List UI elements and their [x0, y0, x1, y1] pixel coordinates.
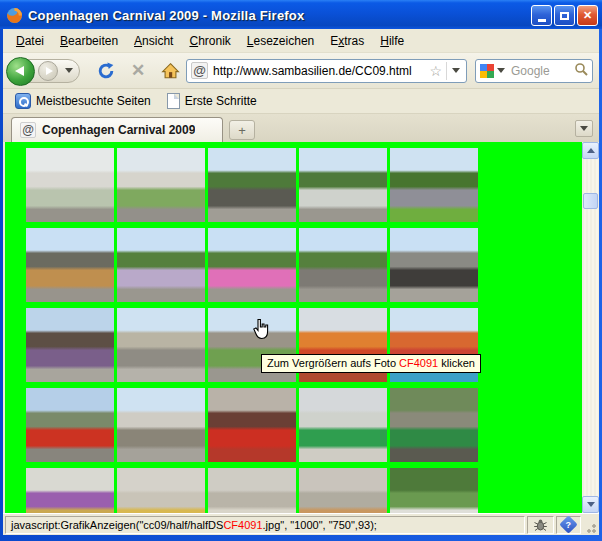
home-button[interactable] [159, 60, 181, 82]
photo-thumbnail[interactable] [208, 388, 296, 462]
photo-thumbnail[interactable] [26, 468, 114, 513]
menu-hilfe[interactable]: Hilfe [373, 31, 411, 51]
bookmark-label: Erste Schritte [185, 94, 257, 108]
scrollbar-thumb[interactable] [583, 193, 598, 209]
tooltip-text: klicken [438, 357, 475, 369]
url-dropdown[interactable] [446, 62, 462, 80]
photo-thumbnail[interactable] [299, 388, 387, 462]
vertical-scrollbar[interactable] [582, 142, 599, 513]
tab-active[interactable]: @ Copenhagen Carnival 2009 [11, 117, 223, 142]
photo-thumbnail[interactable] [117, 148, 205, 222]
photo-thumbnail[interactable] [299, 228, 387, 302]
site-favicon: @ [191, 62, 208, 79]
history-dropdown[interactable] [65, 68, 73, 73]
bug-icon [533, 518, 548, 532]
back-button[interactable] [6, 57, 35, 86]
photo-thumbnail[interactable] [117, 468, 205, 513]
menu-datei[interactable]: Datei [9, 31, 51, 51]
reload-button[interactable] [95, 60, 117, 82]
photo-thumbnail[interactable] [26, 388, 114, 462]
forward-icon [46, 67, 53, 75]
tooltip: Zum Vergrößern aufs Foto CF4091 klicken [261, 354, 481, 373]
window-title: Copenhagen Carnival 2009 - Mozilla Firef… [28, 8, 531, 23]
photo-thumbnail[interactable] [26, 228, 114, 302]
help-panel[interactable]: ? [556, 516, 581, 534]
search-icon[interactable] [574, 62, 588, 80]
url-text[interactable]: http://www.sambasilien.de/CC09.html [213, 64, 425, 78]
bookmarks-toolbar: Meistbesuchte Seiten Erste Schritte [3, 89, 599, 114]
stop-button[interactable]: ✕ [127, 60, 149, 82]
page-icon [167, 93, 180, 109]
menu-ansicht[interactable]: Ansicht [127, 31, 180, 51]
search-engine-dropdown[interactable] [497, 68, 505, 73]
photo-thumbnail[interactable] [117, 308, 205, 382]
report-bug-panel[interactable] [527, 516, 554, 534]
status-photo-id: CF4091 [223, 519, 262, 531]
photo-thumbnail[interactable] [208, 148, 296, 222]
bookmark-label: Meistbesuchte Seiten [36, 94, 151, 108]
reload-icon [97, 62, 115, 80]
tab-list-dropdown[interactable] [575, 120, 593, 137]
tooltip-text: Zum Vergrößern aufs Foto [267, 357, 399, 369]
search-box[interactable]: Google [475, 59, 593, 83]
stop-icon: ✕ [131, 62, 145, 79]
url-bar[interactable]: @ http://www.sambasilien.de/CC09.html ☆ [186, 59, 467, 83]
firefox-icon [6, 7, 23, 24]
help-icon: ? [559, 515, 577, 533]
status-text-panel: javascript:GrafikAnzeigen("cc09/half/hal… [5, 516, 525, 534]
status-text: javascript:GrafikAnzeigen("cc09/half/hal… [11, 519, 223, 531]
scroll-up-button[interactable] [582, 142, 599, 159]
back-icon [15, 66, 24, 76]
app-body: DateiBearbeitenAnsichtChronikLesezeichen… [3, 29, 599, 535]
photo-thumbnail[interactable] [390, 388, 478, 462]
close-button[interactable]: ✕ [577, 5, 598, 26]
bookmark-getting-started[interactable]: Erste Schritte [161, 91, 263, 111]
minimize-button[interactable] [531, 5, 552, 26]
search-input[interactable]: Google [511, 64, 574, 78]
google-logo-icon [480, 64, 494, 78]
photo-thumbnail[interactable] [299, 148, 387, 222]
content-area: Zum Vergrößern aufs Foto CF4091 klicken [3, 142, 599, 513]
photo-thumbnail[interactable] [208, 228, 296, 302]
scroll-down-button[interactable] [582, 496, 599, 513]
photo-grid: Zum Vergrößern aufs Foto CF4091 klicken [5, 142, 582, 513]
title-bar: Copenhagen Carnival 2009 - Mozilla Firef… [0, 0, 602, 29]
photo-thumbnail[interactable] [117, 388, 205, 462]
home-icon [161, 62, 180, 80]
maximize-button[interactable] [554, 5, 575, 26]
photo-thumbnail[interactable] [390, 228, 478, 302]
resize-grip[interactable] [583, 520, 597, 534]
tab-favicon: @ [20, 122, 36, 138]
photo-thumbnail[interactable] [299, 468, 387, 513]
hand-cursor-icon [252, 318, 271, 345]
status-bar: javascript:GrafikAnzeigen("cc09/half/hal… [3, 513, 599, 535]
status-text: .jpg", "1000", "750",93); [263, 519, 377, 531]
new-tab-button[interactable]: + [229, 120, 255, 140]
photo-thumbnail[interactable] [26, 148, 114, 222]
menu-bar: DateiBearbeitenAnsichtChronikLesezeichen… [3, 29, 599, 53]
photo-thumbnail[interactable] [390, 148, 478, 222]
forward-button[interactable] [38, 61, 58, 81]
photo-thumbnail[interactable] [208, 468, 296, 513]
tab-bar: @ Copenhagen Carnival 2009 + [3, 114, 599, 142]
photo-thumbnail[interactable] [26, 308, 114, 382]
tab-title: Copenhagen Carnival 2009 [42, 123, 195, 137]
photo-thumbnail[interactable] [117, 228, 205, 302]
bookmark-star-icon[interactable]: ☆ [429, 63, 442, 79]
menu-chronik[interactable]: Chronik [182, 31, 237, 51]
bookmark-most-visited[interactable]: Meistbesuchte Seiten [9, 91, 157, 111]
menu-extras[interactable]: Extras [323, 31, 371, 51]
photo-thumbnail[interactable] [390, 468, 478, 513]
tooltip-photo-id: CF4091 [399, 357, 438, 369]
navigation-toolbar: ✕ @ http://www.sambasilien.de/CC09.html … [3, 53, 599, 89]
chevron-up-icon [587, 148, 595, 153]
browser-window: Copenhagen Carnival 2009 - Mozilla Firef… [0, 0, 602, 541]
menu-bearbeiten[interactable]: Bearbeiten [53, 31, 125, 51]
back-forward-group [7, 59, 80, 83]
menu-lesezeichen[interactable]: Lesezeichen [240, 31, 321, 51]
chevron-down-icon [587, 502, 595, 507]
most-visited-icon [15, 93, 31, 109]
